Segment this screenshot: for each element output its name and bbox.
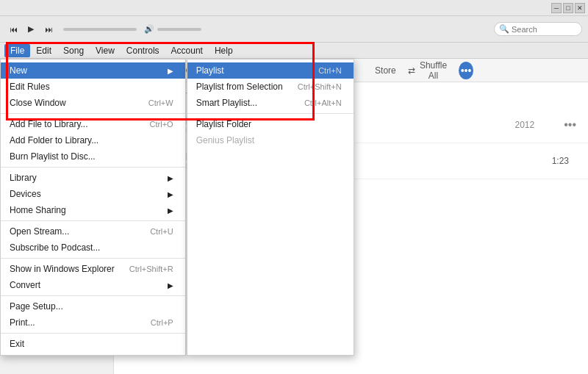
menu-file-print[interactable]: Print... Ctrl+P (1, 314, 185, 331)
shuffle-label: Shuffle All (418, 60, 448, 81)
track-year: 2012 (514, 120, 534, 130)
rewind-button[interactable]: ⏮ (6, 22, 21, 37)
shuffle-all-button[interactable]: ⇄ Shuffle All (408, 60, 448, 81)
more-options-button[interactable]: ••• (459, 62, 473, 79)
menu-file-showexplorer[interactable]: Show in Windows Explorer Ctrl+Shift+R (1, 261, 185, 277)
submenu-smart-playlist[interactable]: Smart Playlist... Ctrl+Alt+N (187, 95, 354, 111)
progress-bar[interactable] (63, 28, 137, 31)
menu-file-editrules[interactable]: Edit Rules (1, 79, 185, 95)
menu-song[interactable]: Song (57, 44, 90, 57)
file-dropdown-container: New ▶ Edit Rules Close Window Ctrl+W Add… (0, 59, 354, 356)
search-input[interactable] (512, 25, 578, 34)
nav-right: ⇄ Shuffle All ••• (408, 60, 473, 81)
window-controls: ─ □ ✕ (551, 3, 585, 13)
file-dropdown: New ▶ Edit Rules Close Window Ctrl+W Add… (0, 59, 186, 356)
menu-bar: File Edit Song View Controls Account Hel… (0, 43, 588, 59)
menu-file-addfolder[interactable]: Add Folder to Library... (1, 132, 185, 148)
menu-controls[interactable]: Controls (121, 44, 165, 57)
menu-file-openstream[interactable]: Open Stream... Ctrl+U (1, 223, 185, 240)
menu-file-homesharing[interactable]: Home Sharing ▶ (1, 202, 185, 218)
volume-slider[interactable] (157, 28, 201, 31)
toolbar: ⏮ ▶ ⏭ 🔊 🔍 (0, 16, 588, 43)
new-submenu: Playlist Ctrl+N Playlist from Selection … (187, 59, 354, 356)
separator-1 (1, 113, 185, 114)
search-icon: 🔍 (499, 24, 509, 34)
menu-help[interactable]: Help (209, 44, 239, 57)
separator-4 (1, 258, 185, 259)
arrow-icon: ▶ (168, 206, 173, 215)
menu-file-subscribepodcast[interactable]: Subscribe to Podcast... (1, 240, 185, 256)
menu-file-closewindow[interactable]: Close Window Ctrl+W (1, 95, 185, 111)
menu-view[interactable]: View (90, 44, 121, 57)
menu-file-new[interactable]: New ▶ (1, 62, 185, 79)
close-button[interactable]: ✕ (575, 3, 585, 13)
separator-6 (1, 333, 185, 334)
play-button[interactable]: ▶ (24, 22, 38, 37)
transport-controls: ⏮ ▶ ⏭ (6, 22, 56, 37)
maximize-button[interactable]: □ (563, 3, 573, 13)
menu-file-devices[interactable]: Devices ▶ (1, 186, 185, 202)
tab-store[interactable]: Store (365, 62, 406, 79)
menu-file-burn[interactable]: Burn Playlist to Disc... (1, 148, 185, 165)
menu-file-convert[interactable]: Convert ▶ (1, 277, 185, 293)
submenu-playlist[interactable]: Playlist Ctrl+N (187, 62, 354, 79)
menu-file-pagesetup[interactable]: Page Setup... (1, 298, 185, 314)
menu-file-library[interactable]: Library ▶ (1, 170, 185, 186)
volume-area: 🔊 (144, 24, 201, 34)
submenu-playlist-from-selection[interactable]: Playlist from Selection Ctrl+Shift+N (187, 79, 354, 95)
search-box[interactable]: 🔍 (494, 22, 582, 36)
title-bar: ─ □ ✕ (0, 0, 588, 16)
submenu-playlist-folder[interactable]: Playlist Folder (187, 116, 354, 132)
menu-account[interactable]: Account (165, 44, 209, 57)
separator-3 (1, 220, 185, 221)
separator-2 (1, 167, 185, 168)
submenu-genius-playlist: Genius Playlist (187, 132, 354, 148)
arrow-icon: ▶ (168, 190, 173, 198)
submenu-separator-1 (187, 113, 354, 114)
menu-file-exit[interactable]: Exit (1, 336, 185, 352)
track-more-button[interactable]: ••• (564, 118, 576, 132)
menu-file[interactable]: File (4, 44, 30, 57)
fastforward-button[interactable]: ⏭ (41, 22, 56, 37)
arrow-icon: ▶ (168, 174, 173, 182)
separator-5 (1, 295, 185, 296)
arrow-icon: ▶ (168, 281, 173, 290)
minimize-button[interactable]: ─ (551, 3, 562, 13)
menu-edit[interactable]: Edit (30, 44, 57, 57)
track-duration: 1:23 (552, 156, 569, 166)
menu-file-addfile[interactable]: Add File to Library... Ctrl+O (1, 116, 185, 132)
arrow-icon: ▶ (168, 67, 173, 75)
volume-icon: 🔊 (144, 24, 154, 34)
shuffle-icon: ⇄ (408, 65, 415, 76)
